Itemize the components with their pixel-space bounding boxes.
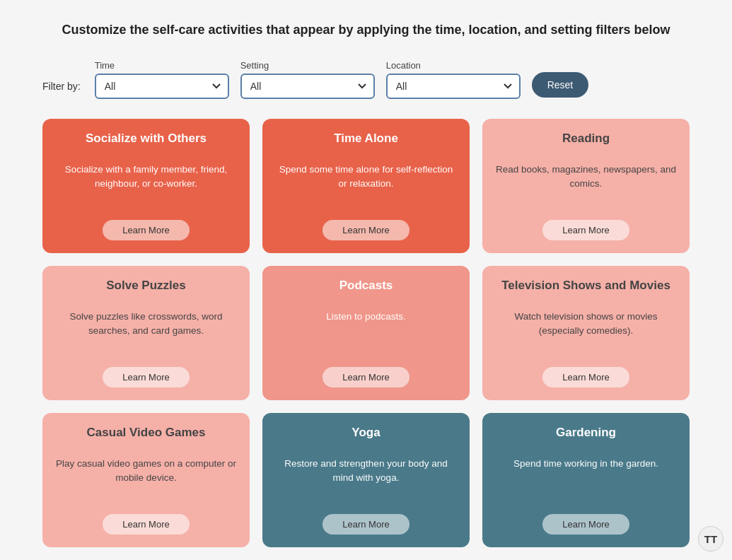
card-tv-shows: Television Shows and Movies Watch televi… bbox=[482, 266, 690, 400]
learn-more-button-podcasts[interactable]: Learn More bbox=[323, 367, 409, 387]
card-body-solve-puzzles: Solve puzzles like crosswords, word sear… bbox=[42, 303, 250, 360]
card-header-yoga: Yoga bbox=[262, 413, 470, 450]
card-title-podcasts: Podcasts bbox=[274, 279, 458, 293]
card-body-socialize: Socialize with a family member, friend, … bbox=[42, 156, 250, 213]
card-body-yoga: Restore and strengthen your body and min… bbox=[262, 450, 470, 507]
card-title-yoga: Yoga bbox=[274, 426, 458, 440]
card-video-games: Casual Video Games Play casual video gam… bbox=[42, 413, 250, 547]
card-solve-puzzles: Solve Puzzles Solve puzzles like crosswo… bbox=[42, 266, 250, 400]
card-header-podcasts: Podcasts bbox=[262, 266, 470, 303]
card-description-gardening: Spend time working in the garden. bbox=[494, 457, 678, 471]
card-body-gardening: Spend time working in the garden. bbox=[482, 450, 690, 507]
setting-filter-select[interactable]: All Indoor Outdoor bbox=[240, 74, 375, 99]
setting-filter-label: Setting bbox=[240, 60, 375, 71]
card-header-video-games: Casual Video Games bbox=[42, 413, 250, 450]
card-header-socialize: Socialize with Others bbox=[42, 119, 250, 156]
card-header-reading: Reading bbox=[482, 119, 690, 156]
card-footer-time-alone: Learn More bbox=[262, 213, 470, 253]
learn-more-button-reading[interactable]: Learn More bbox=[542, 220, 629, 240]
location-filter-select[interactable]: All Home Work Outside bbox=[386, 74, 521, 99]
card-footer-tv-shows: Learn More bbox=[482, 360, 690, 400]
card-description-video-games: Play casual video games on a computer or… bbox=[54, 457, 238, 486]
card-podcasts: Podcasts Listen to podcasts. Learn More bbox=[262, 266, 470, 400]
card-body-tv-shows: Watch television shows or movies (especi… bbox=[482, 303, 690, 360]
learn-more-button-time-alone[interactable]: Learn More bbox=[323, 220, 409, 240]
card-socialize: Socialize with Others Socialize with a f… bbox=[42, 119, 250, 253]
learn-more-button-solve-puzzles[interactable]: Learn More bbox=[103, 367, 189, 387]
card-body-reading: Read books, magazines, newspapers, and c… bbox=[482, 156, 690, 213]
learn-more-button-socialize[interactable]: Learn More bbox=[103, 220, 189, 240]
card-header-tv-shows: Television Shows and Movies bbox=[482, 266, 690, 303]
card-description-podcasts: Listen to podcasts. bbox=[274, 310, 458, 324]
card-header-gardening: Gardening bbox=[482, 413, 690, 450]
card-title-gardening: Gardening bbox=[494, 426, 678, 440]
learn-more-button-video-games[interactable]: Learn More bbox=[103, 514, 189, 535]
filter-label: Filter by: bbox=[42, 81, 81, 99]
card-reading: Reading Read books, magazines, newspaper… bbox=[482, 119, 690, 253]
card-footer-reading: Learn More bbox=[482, 213, 690, 253]
card-title-tv-shows: Television Shows and Movies bbox=[494, 279, 678, 293]
card-footer-yoga: Learn More bbox=[262, 507, 470, 547]
card-time-alone: Time Alone Spend some time alone for sel… bbox=[262, 119, 470, 253]
card-description-socialize: Socialize with a family member, friend, … bbox=[54, 163, 238, 192]
card-title-solve-puzzles: Solve Puzzles bbox=[54, 279, 238, 293]
card-body-video-games: Play casual video games on a computer or… bbox=[42, 450, 250, 507]
card-footer-podcasts: Learn More bbox=[262, 360, 470, 400]
resize-icon[interactable]: TT bbox=[698, 526, 724, 552]
card-title-video-games: Casual Video Games bbox=[54, 426, 238, 440]
time-filter-select[interactable]: All Morning Afternoon Evening bbox=[95, 74, 229, 99]
card-body-time-alone: Spend some time alone for self-reflectio… bbox=[262, 156, 470, 213]
location-filter-group: Location All Home Work Outside bbox=[386, 60, 521, 99]
card-body-podcasts: Listen to podcasts. bbox=[262, 303, 470, 360]
card-header-time-alone: Time Alone bbox=[262, 119, 470, 156]
page-title: Customize the self-care activities that … bbox=[42, 14, 690, 39]
card-footer-gardening: Learn More bbox=[482, 507, 690, 547]
card-title-socialize: Socialize with Others bbox=[54, 132, 238, 146]
card-description-reading: Read books, magazines, newspapers, and c… bbox=[494, 163, 678, 192]
learn-more-button-gardening[interactable]: Learn More bbox=[542, 514, 629, 535]
card-footer-socialize: Learn More bbox=[42, 213, 250, 253]
card-footer-solve-puzzles: Learn More bbox=[42, 360, 250, 400]
card-title-reading: Reading bbox=[494, 132, 678, 146]
time-filter-label: Time bbox=[95, 60, 229, 71]
card-footer-video-games: Learn More bbox=[42, 507, 250, 547]
time-filter-group: Time All Morning Afternoon Evening bbox=[95, 60, 229, 99]
card-description-solve-puzzles: Solve puzzles like crosswords, word sear… bbox=[54, 310, 238, 339]
card-gardening: Gardening Spend time working in the gard… bbox=[482, 413, 690, 547]
learn-more-button-tv-shows[interactable]: Learn More bbox=[542, 367, 629, 387]
cards-grid: Socialize with Others Socialize with a f… bbox=[42, 119, 690, 547]
card-description-time-alone: Spend some time alone for self-reflectio… bbox=[274, 163, 458, 192]
card-yoga: Yoga Restore and strengthen your body an… bbox=[262, 413, 470, 547]
card-title-time-alone: Time Alone bbox=[274, 132, 458, 146]
learn-more-button-yoga[interactable]: Learn More bbox=[323, 514, 409, 535]
setting-filter-group: Setting All Indoor Outdoor bbox=[240, 60, 375, 99]
reset-button[interactable]: Reset bbox=[532, 72, 589, 98]
location-filter-label: Location bbox=[386, 60, 521, 71]
card-description-tv-shows: Watch television shows or movies (especi… bbox=[494, 310, 678, 339]
card-description-yoga: Restore and strengthen your body and min… bbox=[274, 457, 458, 486]
card-header-solve-puzzles: Solve Puzzles bbox=[42, 266, 250, 303]
